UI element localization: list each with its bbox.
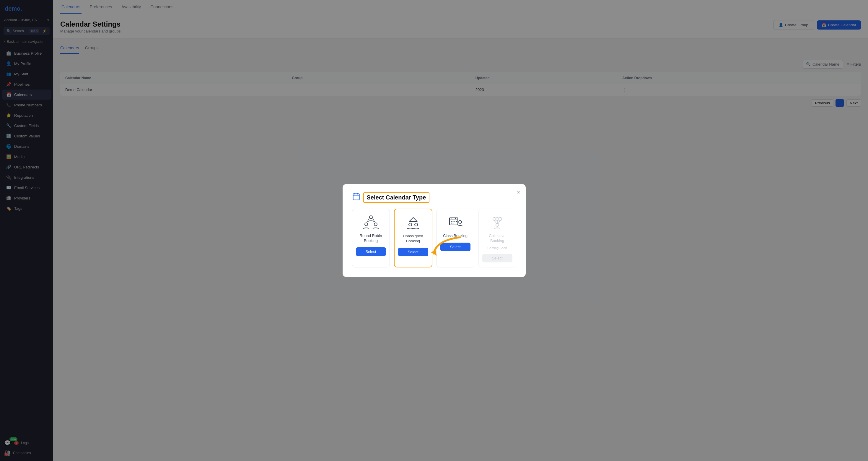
svg-line-8 [373, 219, 375, 223]
class-booking-label: Class Booking [443, 233, 467, 238]
collective-booking-icon [489, 215, 506, 231]
calendar-type-cards: Round Robin Booking Select [352, 209, 516, 268]
svg-point-18 [454, 221, 455, 222]
card-unassigned-booking[interactable]: Unassigned Booking Select [394, 209, 432, 268]
card-collective-booking: Collective Booking Coming Soon Select [478, 209, 516, 268]
svg-line-27 [494, 221, 496, 223]
select-class-booking-button[interactable]: Select [440, 242, 470, 251]
svg-point-5 [365, 223, 368, 226]
svg-point-26 [496, 223, 499, 226]
svg-line-29 [498, 221, 500, 223]
round-robin-icon [363, 215, 379, 231]
select-unassigned-booking-button[interactable]: Select [398, 248, 428, 256]
modal-close-button[interactable]: × [517, 189, 520, 196]
svg-point-25 [499, 218, 502, 221]
select-calendar-type-modal: Select Calendar Type × [343, 184, 526, 277]
svg-point-16 [451, 221, 452, 222]
class-booking-icon [447, 215, 464, 231]
svg-point-17 [453, 221, 453, 222]
unassigned-booking-icon [405, 215, 422, 231]
select-round-robin-button[interactable]: Select [356, 247, 386, 256]
svg-point-4 [369, 216, 372, 219]
svg-rect-0 [353, 194, 359, 200]
svg-point-20 [451, 223, 452, 223]
svg-point-21 [453, 223, 453, 223]
card-round-robin[interactable]: Round Robin Booking Select [352, 209, 390, 268]
modal-header: Select Calendar Type [352, 192, 516, 203]
card-class-booking[interactable]: Class Booking Select [436, 209, 474, 268]
svg-point-10 [409, 223, 412, 226]
modal-title: Select Calendar Type [363, 192, 430, 203]
svg-point-11 [415, 223, 417, 226]
svg-point-6 [374, 223, 377, 226]
svg-line-7 [367, 219, 369, 223]
svg-point-19 [456, 221, 457, 222]
svg-point-24 [496, 218, 499, 221]
svg-point-23 [493, 218, 496, 221]
modal-overlay[interactable]: Select Calendar Type × [0, 0, 868, 461]
collective-coming-soon: Coming Soon [487, 246, 507, 250]
unassigned-booking-label: Unassigned Booking [398, 234, 428, 244]
round-robin-label: Round Robin Booking [356, 233, 386, 243]
select-collective-booking-button: Select [482, 254, 513, 262]
modal-calendar-icon [352, 192, 360, 202]
collective-booking-label: Collective Booking [482, 233, 513, 243]
svg-point-22 [459, 221, 462, 223]
